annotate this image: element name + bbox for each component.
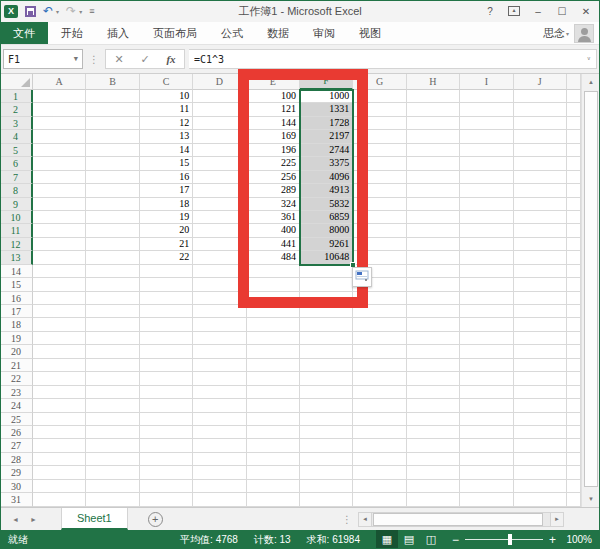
row-header-28[interactable]: 28 — [0, 453, 33, 466]
cell-B15[interactable] — [86, 278, 139, 291]
cell-C1[interactable]: 10 — [140, 90, 193, 103]
ribbon-display-options-button[interactable]: ▴ — [504, 3, 524, 19]
cell-H30[interactable] — [407, 480, 460, 493]
cell-G2[interactable] — [353, 103, 406, 116]
cell-F4[interactable]: 2197 — [300, 130, 353, 143]
cell-D6[interactable] — [193, 157, 246, 170]
cell-A13[interactable] — [33, 251, 86, 264]
cell-H29[interactable] — [407, 466, 460, 479]
cell-E13[interactable]: 484 — [247, 251, 300, 264]
cell-F19[interactable] — [300, 332, 353, 345]
cell-D27[interactable] — [193, 439, 246, 452]
cell-I10[interactable] — [460, 211, 513, 224]
tab-review[interactable]: 审阅 — [302, 22, 346, 44]
cell-A4[interactable] — [33, 130, 86, 143]
cell-A24[interactable] — [33, 399, 86, 412]
cell-F31[interactable] — [300, 493, 353, 506]
row-header-18[interactable]: 18 — [0, 318, 33, 331]
row-header-8[interactable]: 8 — [0, 184, 33, 197]
cell-partial-14[interactable] — [567, 265, 581, 278]
cell-I18[interactable] — [460, 318, 513, 331]
cell-B19[interactable] — [86, 332, 139, 345]
cell-H15[interactable] — [407, 278, 460, 291]
cell-D11[interactable] — [193, 224, 246, 237]
cell-C14[interactable] — [140, 265, 193, 278]
cell-E24[interactable] — [247, 399, 300, 412]
expand-formula-bar-icon[interactable]: ᵛ — [581, 55, 596, 64]
cell-partial-3[interactable] — [567, 117, 581, 130]
cell-E6[interactable]: 225 — [247, 157, 300, 170]
name-box[interactable]: F1 ▼ — [3, 49, 83, 69]
undo-dropdown-icon[interactable]: ▾ — [56, 8, 59, 15]
row-header-11[interactable]: 11 — [0, 224, 33, 237]
cell-E7[interactable]: 256 — [247, 171, 300, 184]
row-header-17[interactable]: 17 — [0, 305, 33, 318]
cell-I15[interactable] — [460, 278, 513, 291]
row-header-19[interactable]: 19 — [0, 332, 33, 345]
cell-C16[interactable] — [140, 292, 193, 305]
column-header-I[interactable]: I — [460, 74, 513, 90]
cell-B7[interactable] — [86, 171, 139, 184]
cell-E2[interactable]: 121 — [247, 103, 300, 116]
cell-H17[interactable] — [407, 305, 460, 318]
cell-J1[interactable] — [514, 90, 567, 103]
cell-F15[interactable] — [300, 278, 353, 291]
row-header-16[interactable]: 16 — [0, 292, 33, 305]
cell-I9[interactable] — [460, 198, 513, 211]
cell-C12[interactable]: 21 — [140, 238, 193, 251]
cell-B16[interactable] — [86, 292, 139, 305]
horizontal-scrollbar[interactable]: ◄ ► — [358, 508, 564, 530]
cell-B6[interactable] — [86, 157, 139, 170]
cell-D7[interactable] — [193, 171, 246, 184]
cell-B1[interactable] — [86, 90, 139, 103]
cell-C10[interactable]: 19 — [140, 211, 193, 224]
cell-C28[interactable] — [140, 453, 193, 466]
cell-A26[interactable] — [33, 426, 86, 439]
scroll-right-icon[interactable]: ► — [550, 512, 564, 527]
cell-A19[interactable] — [33, 332, 86, 345]
tab-data[interactable]: 数据 — [256, 22, 300, 44]
column-header-partial[interactable] — [567, 74, 581, 90]
cell-H23[interactable] — [407, 386, 460, 399]
cell-A16[interactable] — [33, 292, 86, 305]
cell-I26[interactable] — [460, 426, 513, 439]
cell-G18[interactable] — [353, 318, 406, 331]
cell-G22[interactable] — [353, 372, 406, 385]
cell-D17[interactable] — [193, 305, 246, 318]
cell-B27[interactable] — [86, 439, 139, 452]
scroll-up-icon[interactable]: ▲ — [582, 74, 600, 90]
cell-J25[interactable] — [514, 413, 567, 426]
cell-F8[interactable]: 4913 — [300, 184, 353, 197]
cell-D15[interactable] — [193, 278, 246, 291]
cell-F22[interactable] — [300, 372, 353, 385]
cell-G10[interactable] — [353, 211, 406, 224]
insert-function-icon[interactable]: fx — [158, 53, 184, 65]
cell-F6[interactable]: 3375 — [300, 157, 353, 170]
cell-H2[interactable] — [407, 103, 460, 116]
cell-E5[interactable]: 196 — [247, 144, 300, 157]
cell-F11[interactable]: 8000 — [300, 224, 353, 237]
cell-E9[interactable]: 324 — [247, 198, 300, 211]
cell-B4[interactable] — [86, 130, 139, 143]
cell-E14[interactable] — [247, 265, 300, 278]
cell-A30[interactable] — [33, 480, 86, 493]
cell-I29[interactable] — [460, 466, 513, 479]
cell-H18[interactable] — [407, 318, 460, 331]
cell-B21[interactable] — [86, 359, 139, 372]
cell-B28[interactable] — [86, 453, 139, 466]
cell-D14[interactable] — [193, 265, 246, 278]
cell-F2[interactable]: 1331 — [300, 103, 353, 116]
cell-F5[interactable]: 2744 — [300, 144, 353, 157]
scroll-down-icon[interactable]: ▼ — [582, 491, 600, 507]
cell-D13[interactable] — [193, 251, 246, 264]
cell-E16[interactable] — [247, 292, 300, 305]
cell-E22[interactable] — [247, 372, 300, 385]
cell-I31[interactable] — [460, 493, 513, 506]
cell-D9[interactable] — [193, 198, 246, 211]
cell-H16[interactable] — [407, 292, 460, 305]
cell-H6[interactable] — [407, 157, 460, 170]
cell-I5[interactable] — [460, 144, 513, 157]
cell-A22[interactable] — [33, 372, 86, 385]
row-header-9[interactable]: 9 — [0, 198, 33, 211]
cell-C6[interactable]: 15 — [140, 157, 193, 170]
